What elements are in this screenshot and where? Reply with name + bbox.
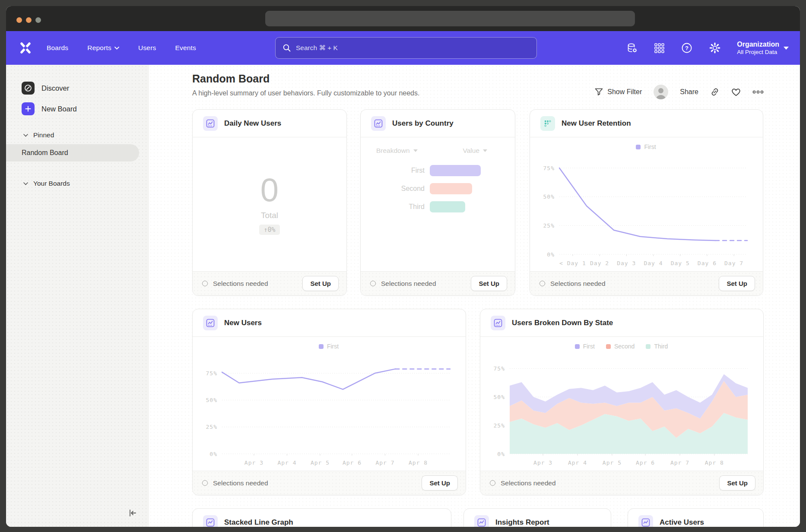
- status-circle-icon: [202, 281, 208, 286]
- mixpanel-logo-icon[interactable]: [19, 41, 32, 54]
- sidebar-item-label: Discover: [41, 84, 69, 92]
- card-status: Selections needed: [370, 280, 436, 288]
- set-up-button[interactable]: Set Up: [302, 276, 339, 291]
- bar-label: First: [361, 167, 430, 174]
- sidebar-item-random-board[interactable]: Random Board: [6, 144, 139, 162]
- org-name: Organization: [737, 40, 779, 49]
- card-title: Daily New Users: [224, 119, 281, 128]
- discover-compass-icon: [22, 82, 35, 95]
- insights-chart-icon: [474, 515, 489, 527]
- svg-text:25%: 25%: [543, 222, 555, 229]
- org-project: All Project Data: [737, 49, 779, 56]
- avatar[interactable]: [654, 85, 668, 99]
- insights-chart-icon: [638, 515, 653, 527]
- search-input[interactable]: Search ⌘ + K: [275, 37, 537, 59]
- svg-text:75%: 75%: [494, 365, 505, 372]
- heart-icon: [731, 88, 741, 96]
- window-titlebar: [6, 6, 800, 31]
- retention-line-chart: First75%50%25%0%< Day 1Day 2Day 3Day 4Da…: [535, 141, 757, 269]
- bar-second: [430, 183, 472, 194]
- zoom-window-icon[interactable]: [35, 17, 41, 23]
- status-circle-icon: [202, 480, 208, 486]
- svg-text:25%: 25%: [206, 424, 217, 430]
- nav-item-reports[interactable]: Reports: [87, 44, 119, 52]
- card-title: Insights Report: [495, 518, 549, 527]
- retention-grid-icon: [540, 116, 555, 131]
- chevron-down-icon: [114, 47, 119, 50]
- card-users-by-state: Users Broken Down By State FirstSecondTh…: [480, 309, 764, 495]
- section-label: Your Boards: [33, 180, 70, 187]
- breakdown-dropdown[interactable]: Breakdown: [376, 147, 418, 155]
- set-up-button[interactable]: Set Up: [471, 276, 507, 291]
- legend-item: Third: [646, 343, 668, 350]
- set-up-button[interactable]: Set Up: [719, 276, 755, 291]
- card-users-by-country: Users by Country Breakdown Value First S…: [360, 109, 515, 296]
- bar-row: Second: [361, 183, 515, 194]
- copy-link-button[interactable]: [710, 87, 720, 97]
- svg-text:Apr 4: Apr 4: [277, 459, 296, 466]
- svg-text:75%: 75%: [543, 165, 555, 171]
- svg-text:Apr 3: Apr 3: [244, 459, 263, 466]
- svg-text:Apr 4: Apr 4: [568, 459, 587, 466]
- close-window-icon[interactable]: [16, 17, 22, 23]
- svg-text:75%: 75%: [206, 370, 217, 377]
- share-button[interactable]: Share: [680, 88, 698, 96]
- set-up-button[interactable]: Set Up: [422, 475, 458, 491]
- nav-item-boards[interactable]: Boards: [47, 44, 68, 52]
- show-filter-button[interactable]: Show Filter: [595, 88, 642, 96]
- new-users-line-chart: First75%50%25%0%Apr 3Apr 4Apr 5Apr 6Apr …: [198, 340, 460, 468]
- svg-text:Apr 7: Apr 7: [670, 459, 689, 466]
- settings-gear-icon[interactable]: [709, 42, 721, 54]
- card-new-users: New Users First75%50%25%0%Apr 3Apr 4Apr …: [192, 309, 466, 495]
- chevron-down-icon: [483, 149, 487, 152]
- sidebar-item-new-board[interactable]: New Board: [6, 98, 149, 119]
- chart-svg: 75%50%25%0%< Day 1Day 2Day 3Day 4Day 5Da…: [535, 153, 757, 269]
- svg-text:Apr 7: Apr 7: [375, 459, 394, 466]
- svg-text:Day 7: Day 7: [724, 260, 743, 266]
- help-icon[interactable]: ?: [681, 42, 693, 54]
- favorite-button[interactable]: [731, 88, 741, 96]
- card-status: Selections needed: [202, 479, 268, 487]
- navbar-right: ? Organization All Project Data: [626, 31, 789, 65]
- card-status: Selections needed: [202, 280, 268, 288]
- card-new-user-retention: New User Retention First75%50%25%0%< Day…: [530, 109, 763, 296]
- metric-label: Total: [261, 211, 278, 220]
- svg-text:Day 4: Day 4: [644, 260, 663, 266]
- svg-text:50%: 50%: [206, 397, 217, 403]
- legend-item: First: [319, 343, 339, 350]
- svg-text:50%: 50%: [543, 193, 555, 200]
- chevron-down-icon: [23, 182, 28, 185]
- board-name: Random Board: [22, 149, 68, 157]
- insights-chart-icon: [203, 316, 218, 330]
- collapse-sidebar-button[interactable]: [127, 508, 138, 520]
- bar-row: First: [361, 165, 515, 176]
- chart-legend: First: [198, 340, 460, 352]
- insights-chart-icon: [491, 316, 505, 330]
- board-main: Random Board A high-level summary of use…: [149, 65, 800, 527]
- value-dropdown[interactable]: Value: [463, 147, 488, 155]
- set-up-button[interactable]: Set Up: [719, 475, 755, 491]
- nav-item-events[interactable]: Events: [175, 44, 196, 52]
- chart-svg: 75%50%25%0%Apr 3Apr 4Apr 5Apr 6Apr 7Apr …: [198, 352, 460, 468]
- search-icon: [282, 44, 291, 52]
- svg-text:Day 3: Day 3: [617, 260, 636, 266]
- sidebar-section-pinned[interactable]: Pinned: [6, 129, 149, 142]
- page-title: Random Board: [192, 73, 800, 85]
- svg-text:0%: 0%: [547, 251, 555, 258]
- address-bar[interactable]: [265, 11, 635, 26]
- org-switcher[interactable]: Organization All Project Data: [737, 40, 789, 56]
- more-options-button[interactable]: [752, 90, 764, 94]
- sidebar-item-discover[interactable]: Discover: [6, 78, 149, 98]
- nav-item-users[interactable]: Users: [138, 44, 156, 52]
- card-title: Stacked Line Graph: [224, 518, 293, 527]
- minimize-window-icon[interactable]: [26, 17, 32, 23]
- bar-first: [430, 165, 481, 176]
- svg-text:0%: 0%: [209, 451, 217, 457]
- insights-chart-icon: [203, 515, 218, 527]
- status-circle-icon: [490, 480, 495, 486]
- apps-grid-icon[interactable]: [654, 43, 665, 54]
- svg-text:Apr 3: Apr 3: [533, 459, 552, 466]
- sidebar-section-your-boards[interactable]: Your Boards: [6, 177, 149, 190]
- sidebar: Discover New Board Pinned Random Board Y…: [6, 65, 149, 527]
- data-management-icon[interactable]: [626, 42, 638, 54]
